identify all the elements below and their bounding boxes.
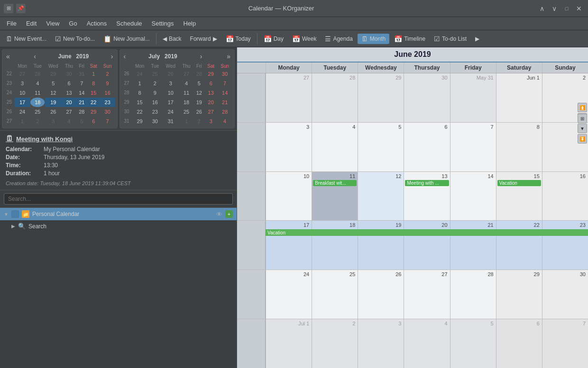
mini-cal-day[interactable]: 9 [148, 88, 162, 98]
mini-cal-day[interactable]: 4 [179, 79, 194, 88]
july-prev[interactable]: ‹ [122, 52, 128, 61]
mini-cal-day[interactable]: 6 [87, 117, 100, 126]
mini-cal-day[interactable]: 10 [162, 88, 179, 98]
day-button[interactable]: 📅 Day [260, 34, 287, 44]
cal-day-cell[interactable]: 2 [312, 319, 358, 368]
mini-cal-day[interactable]: 16 [100, 88, 115, 98]
pin-icon[interactable]: 📌 [16, 4, 26, 13]
mini-cal-day[interactable]: 1 [131, 79, 147, 88]
cal-day-cell[interactable]: 5 [450, 319, 496, 368]
new-todo-button[interactable]: ☑ New To-do... [51, 34, 99, 44]
mini-cal-day[interactable]: 30 [100, 107, 115, 117]
mini-cal-day[interactable]: 25 [179, 107, 194, 117]
mini-cal-day[interactable]: 24 [14, 107, 30, 117]
mini-cal-day[interactable]: 4 [217, 117, 232, 126]
mini-cal-day[interactable]: 5 [193, 79, 204, 88]
back-button[interactable]: ◀ Back [159, 34, 185, 44]
cal-add-button[interactable]: + [225, 210, 233, 218]
mini-cal-day[interactable]: 3 [204, 117, 217, 126]
mini-cal-day[interactable]: 30 [62, 69, 76, 79]
menu-file[interactable]: File [2, 18, 21, 29]
mini-cal-day[interactable]: 1 [179, 117, 194, 126]
cal-day-cell[interactable]: 30 [542, 270, 588, 319]
mini-cal-day[interactable]: 27 [204, 107, 217, 117]
cal-day-cell[interactable]: 7 [542, 319, 588, 368]
mini-cal-day[interactable]: 3 [45, 117, 62, 126]
mini-cal-day[interactable]: 6 [62, 79, 76, 88]
timeline-button[interactable]: 📅 Timeline [390, 34, 429, 44]
cal-day-cell[interactable]: 8 [496, 123, 542, 171]
cal-day-cell[interactable]: 6 [404, 123, 450, 171]
cal-day-cell[interactable]: 4 [312, 123, 358, 171]
today-button[interactable]: 📅 Today [222, 34, 255, 44]
cal-day-cell[interactable]: 24 [266, 270, 312, 319]
agenda-button[interactable]: ☰ Agenda [321, 34, 356, 44]
mini-cal-day[interactable]: 2 [30, 117, 45, 126]
mini-cal-day[interactable]: 18 [179, 98, 194, 107]
maximize-button[interactable]: □ [561, 3, 572, 14]
personal-calendar-item[interactable]: ▼ 📁 Personal Calendar 👁 + [0, 208, 237, 220]
mini-cal-day[interactable]: 8 [131, 88, 147, 98]
mini-cal-day[interactable]: 15 [87, 88, 100, 98]
cal-day-cell[interactable]: 7 [450, 123, 496, 171]
mini-cal-day[interactable]: 25 [30, 107, 45, 117]
cal-day-cell[interactable]: 22 [496, 221, 542, 269]
week-button[interactable]: 📅 Week [288, 34, 320, 44]
month-button[interactable]: 🗓 Month [358, 34, 389, 44]
search-expand-arrow[interactable]: ▶ [11, 224, 15, 229]
menu-actions[interactable]: Actions [82, 18, 112, 29]
cal-day-cell[interactable]: 27 [404, 270, 450, 319]
mini-cal-day[interactable]: 5 [76, 117, 87, 126]
cal-day-cell[interactable]: Jul 1 [266, 319, 312, 368]
cal-day-cell[interactable]: 28 [450, 270, 496, 319]
mini-cal-day[interactable]: 26 [162, 69, 179, 79]
cal-day-cell[interactable]: 29 [496, 270, 542, 319]
mini-cal-day[interactable]: 2 [148, 79, 162, 88]
minimize-button[interactable]: ∧ [537, 3, 547, 14]
cal-day-cell[interactable]: 21 [450, 221, 496, 269]
scroll-bottom[interactable]: ⏬ [578, 134, 587, 144]
cal-day-cell[interactable]: 4 [404, 319, 450, 368]
cal-day-cell[interactable]: 3 [266, 123, 312, 171]
menu-edit[interactable]: Edit [21, 18, 41, 29]
expand-arrow[interactable]: ▼ [4, 212, 9, 217]
mini-cal-day[interactable]: 8 [87, 79, 100, 88]
mini-cal-day[interactable]: 20 [204, 98, 217, 107]
mini-cal-day[interactable]: 17 [14, 98, 30, 107]
mini-cal-day[interactable]: 29 [204, 69, 217, 79]
mini-cal-day[interactable]: 31 [162, 117, 179, 126]
mini-cal-day[interactable]: 18 [30, 98, 45, 107]
more-button[interactable]: ▶ [471, 34, 483, 44]
mini-cal-day[interactable]: 26 [193, 107, 204, 117]
mini-cal-day[interactable]: 26 [45, 107, 62, 117]
mini-cal-day[interactable]: 14 [76, 88, 87, 98]
mini-cal-day[interactable]: 2 [100, 69, 115, 79]
mini-cal-day[interactable]: 11 [179, 88, 194, 98]
mini-cal-day[interactable]: 19 [45, 98, 62, 107]
grid-icon[interactable]: ⊞ [4, 4, 13, 13]
mini-cal-day[interactable]: 29 [131, 117, 147, 126]
mini-cal-day[interactable]: 1 [14, 117, 30, 126]
mini-cal-day[interactable]: 12 [45, 88, 62, 98]
cal-day-cell[interactable]: 26 [358, 270, 404, 319]
cal-day-cell[interactable]: 14 [450, 172, 496, 221]
menu-view[interactable]: View [41, 18, 64, 29]
mini-cal-day[interactable]: 7 [100, 117, 115, 126]
cal-day-cell[interactable]: 5 [358, 123, 404, 171]
search-input[interactable] [4, 193, 233, 205]
event-title[interactable]: 🗓 Meeting with Konqi [6, 135, 231, 143]
mini-cal-day[interactable]: 29 [87, 107, 100, 117]
mini-cal-day[interactable]: 17 [162, 98, 179, 107]
mini-cal-day[interactable]: 6 [204, 79, 217, 88]
july-next2[interactable]: › [198, 52, 204, 61]
mini-cal-day[interactable]: 20 [62, 98, 76, 107]
menu-settings[interactable]: Settings [147, 18, 179, 29]
mini-cal-day[interactable]: 11 [30, 88, 45, 98]
cal-day-cell[interactable]: Jun 1 [496, 73, 542, 122]
mini-cal-day[interactable]: 28 [30, 69, 45, 79]
cal-day-cell[interactable]: 3 [358, 319, 404, 368]
mini-cal-day[interactable]: 1 [87, 69, 100, 79]
cal-event[interactable]: Breakfast wit... [313, 180, 357, 186]
mini-cal-day[interactable]: 31 [76, 69, 87, 79]
mini-cal-day[interactable]: 28 [76, 107, 87, 117]
